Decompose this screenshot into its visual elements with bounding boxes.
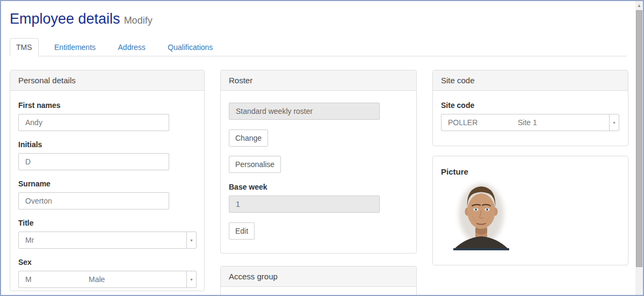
chevron-down-icon: ▼ bbox=[612, 121, 616, 125]
base-week-label: Base week bbox=[229, 183, 408, 191]
initials-label: Initials bbox=[18, 140, 196, 149]
scrollbar-up-button[interactable]: ▲ bbox=[635, 1, 643, 10]
site-code-label: Site code bbox=[441, 101, 620, 110]
sex-select-description: Male bbox=[89, 275, 105, 284]
employee-details-window: Employee detailsModify TMS Entitlements … bbox=[0, 0, 644, 296]
tab-bar: TMS Entitlements Address Qualifications bbox=[10, 38, 627, 56]
page-mode-label: Modify bbox=[124, 15, 153, 26]
access-group-panel: Access group bbox=[220, 266, 417, 296]
title-select-arrow-box[interactable]: ▼ bbox=[186, 232, 196, 248]
chevron-down-icon: ▼ bbox=[190, 278, 193, 281]
site-code-select-description: Site 1 bbox=[518, 118, 537, 127]
title-label: Title bbox=[18, 219, 196, 227]
employee-photo bbox=[451, 178, 511, 251]
page-title-text: Employee details bbox=[10, 11, 120, 27]
edit-button[interactable]: Edit bbox=[229, 222, 255, 240]
site-code-header: Site code bbox=[433, 70, 628, 91]
base-week-input bbox=[229, 196, 380, 213]
tab-qualifications[interactable]: Qualifications bbox=[161, 38, 219, 56]
tab-address[interactable]: Address bbox=[112, 38, 152, 56]
site-code-select-code: POLLER bbox=[448, 118, 477, 127]
roster-name-input bbox=[229, 103, 380, 120]
roster-header: Roster bbox=[221, 70, 416, 91]
personal-details-header: Personal details bbox=[10, 70, 204, 91]
personalise-button[interactable]: Personalise bbox=[229, 156, 281, 173]
sex-select-code: M bbox=[25, 275, 32, 284]
surname-label: Surname bbox=[18, 179, 196, 188]
title-select-value: Mr bbox=[25, 236, 34, 244]
scrollbar-thumb[interactable] bbox=[636, 10, 642, 267]
surname-input[interactable] bbox=[18, 192, 169, 210]
initials-input[interactable] bbox=[18, 153, 169, 170]
scroll-up-icon: ▲ bbox=[637, 3, 641, 8]
first-names-input[interactable] bbox=[18, 114, 169, 131]
sex-select-arrow-box[interactable]: ▼ bbox=[186, 271, 196, 287]
picture-label: Picture bbox=[441, 167, 620, 176]
title-select[interactable]: Mr ▼ bbox=[18, 232, 197, 249]
change-button[interactable]: Change bbox=[229, 129, 268, 147]
sex-select[interactable]: M Male ▼ bbox=[18, 271, 197, 288]
vertical-scrollbar[interactable]: ▲ bbox=[635, 1, 643, 295]
tab-tms[interactable]: TMS bbox=[10, 38, 39, 56]
roster-panel: Roster Change Personalise Base week Edit bbox=[220, 70, 417, 254]
sex-label: Sex bbox=[18, 258, 196, 266]
personal-details-panel: Personal details First names Initials Su… bbox=[10, 70, 205, 291]
site-code-select-arrow-box[interactable]: ▼ bbox=[609, 114, 619, 131]
site-code-select[interactable]: POLLER Site 1 ▼ bbox=[441, 114, 619, 131]
first-names-label: First names bbox=[18, 101, 196, 110]
picture-panel: Picture bbox=[432, 156, 628, 265]
access-group-header: Access group bbox=[221, 266, 416, 287]
tab-entitlements[interactable]: Entitlements bbox=[48, 38, 102, 56]
site-code-panel: Site code Site code POLLER Site 1 ▼ bbox=[432, 70, 628, 146]
chevron-down-icon: ▼ bbox=[190, 239, 193, 242]
page-title: Employee detailsModify bbox=[10, 11, 153, 27]
